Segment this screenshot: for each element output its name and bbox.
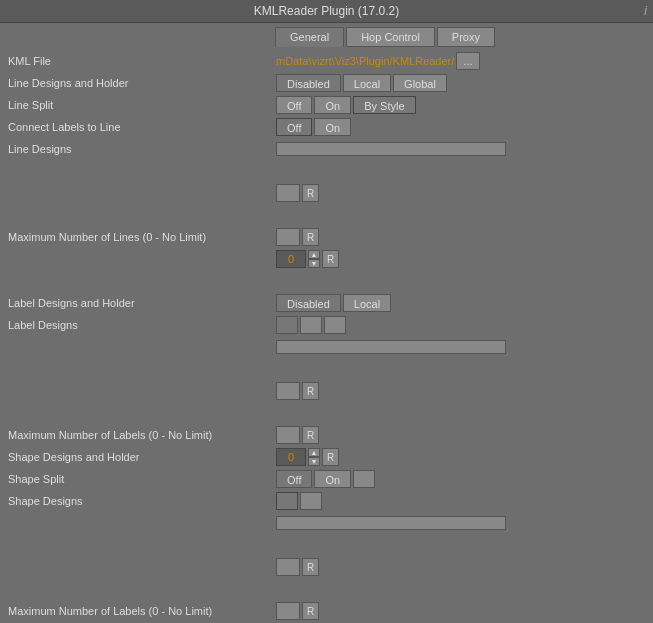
btn-off-shape-split[interactable] — [276, 492, 298, 510]
content-area: KML File mData\vizrt\Viz3\Plugin/KMLRead… — [0, 47, 653, 620]
label-shape-designs-holder: Shape Split — [4, 473, 276, 485]
max-lines-reset[interactable]: R — [322, 250, 339, 268]
row-line-design: R — [4, 183, 649, 203]
btn-off-connect[interactable]: Off — [276, 118, 312, 136]
row-label-designs-input: R — [4, 381, 649, 401]
max-labels-reset[interactable]: R — [322, 448, 339, 466]
btn-enabled-update[interactable]: Local — [343, 294, 391, 312]
row-shape-designs-holder: Shape Split Off On — [4, 469, 649, 489]
line-design-input[interactable] — [276, 184, 300, 202]
btn-local-shape[interactable]: On — [314, 470, 351, 488]
browse-button[interactable]: ... — [456, 52, 479, 70]
label-holder-reset[interactable]: R — [302, 426, 319, 444]
btn-off-line-split[interactable]: Off — [276, 96, 312, 114]
row-kml-file: KML File mData\vizrt\Viz3\Plugin/KMLRead… — [4, 51, 649, 71]
shape-designs-input[interactable] — [276, 558, 300, 576]
btn-disabled-update[interactable]: Disabled — [276, 294, 341, 312]
row-connect-labels: Connect Labels to Line Off On — [4, 117, 649, 137]
row-shape-designs-input: R — [4, 557, 649, 577]
spinner-down-labels[interactable]: ▼ — [308, 457, 320, 466]
label-line-holder: Maximum Number of Lines (0 - No Limit) — [4, 231, 276, 243]
btn-on-shape-split[interactable] — [300, 492, 322, 510]
tab-bar: General Hop Control Proxy — [0, 23, 653, 47]
file-path-value: mData\vizrt\Viz3\Plugin/KMLReader/ — [276, 55, 454, 67]
label-label-holder: Maximum Number of Labels (0 - No Limit) — [4, 429, 276, 441]
row-max-lines: ▲ ▼ R — [4, 249, 649, 269]
tab-proxy[interactable]: Proxy — [437, 27, 495, 47]
label-designs-slider[interactable] — [276, 340, 506, 354]
label-shape-holder: Maximum Number of Labels (0 - No Limit) — [4, 605, 276, 617]
btn-on-line-split[interactable]: On — [314, 96, 351, 114]
shape-designs-slider[interactable] — [276, 516, 506, 530]
app-title: KMLReader Plugin (17.0.2) — [254, 4, 399, 18]
btn-disabled-shape[interactable]: Off — [276, 470, 312, 488]
label-designs-input[interactable] — [276, 382, 300, 400]
btn-global-label[interactable] — [324, 316, 346, 334]
max-lines-input[interactable] — [276, 250, 306, 268]
label-holder-input[interactable] — [276, 426, 300, 444]
btn-bystyle-line-split[interactable]: By Style — [353, 96, 415, 114]
btn-local-line[interactable]: Local — [343, 74, 391, 92]
shape-designs-reset[interactable]: R — [302, 558, 319, 576]
max-lines-spinner[interactable]: ▲ ▼ — [308, 250, 320, 268]
row-line-split: Line Split Off On By Style — [4, 95, 649, 115]
row-shape-split: Shape Designs — [4, 491, 649, 511]
row-label-holder: Maximum Number of Labels (0 - No Limit) … — [4, 425, 649, 445]
label-max-labels: Shape Designs and Holder — [4, 451, 276, 463]
btn-global-shape[interactable] — [353, 470, 375, 488]
spinner-up-labels[interactable]: ▲ — [308, 448, 320, 457]
row-line-designs-slider: Line Designs — [4, 139, 649, 159]
tab-hop-control[interactable]: Hop Control — [346, 27, 435, 47]
shape-holder-input[interactable] — [276, 602, 300, 620]
line-designs-slider[interactable] — [276, 142, 506, 156]
btn-disabled-line[interactable]: Disabled — [276, 74, 341, 92]
spinner-up-lines[interactable]: ▲ — [308, 250, 320, 259]
label-label-designs-holder: Label Designs — [4, 319, 276, 331]
row-label-designs-holder: Label Designs — [4, 315, 649, 335]
row-line-holder: Maximum Number of Lines (0 - No Limit) R — [4, 227, 649, 247]
line-holder-input[interactable] — [276, 228, 300, 246]
shape-holder-reset[interactable]: R — [302, 602, 319, 620]
label-designs-reset[interactable]: R — [302, 382, 319, 400]
info-icon: i — [644, 4, 647, 18]
label-update-on-load: Label Designs and Holder — [4, 297, 276, 309]
btn-on-connect[interactable]: On — [314, 118, 351, 136]
row-max-labels: Shape Designs and Holder ▲ ▼ R — [4, 447, 649, 467]
row-update-on-load: Label Designs and Holder Disabled Local — [4, 293, 649, 313]
label-line-designs-slider: Line Designs — [4, 143, 276, 155]
row-label-designs-slider — [4, 337, 649, 357]
label-kml-file: KML File — [4, 55, 276, 67]
btn-local-label[interactable] — [300, 316, 322, 334]
line-design-reset[interactable]: R — [302, 184, 319, 202]
btn-global-line[interactable]: Global — [393, 74, 447, 92]
label-line-designs-holder: Line Designs and Holder — [4, 77, 276, 89]
row-shape-designs-slider — [4, 513, 649, 533]
label-line-split: Line Split — [4, 99, 276, 111]
row-line-designs-holder: Line Designs and Holder Disabled Local G… — [4, 73, 649, 93]
row-shape-holder: Maximum Number of Labels (0 - No Limit) … — [4, 601, 649, 620]
label-shape-split: Shape Designs — [4, 495, 276, 507]
max-labels-spinner[interactable]: ▲ ▼ — [308, 448, 320, 466]
spinner-down-lines[interactable]: ▼ — [308, 259, 320, 268]
max-labels-input[interactable] — [276, 448, 306, 466]
title-bar: KMLReader Plugin (17.0.2) i — [0, 0, 653, 23]
line-holder-reset[interactable]: R — [302, 228, 319, 246]
label-connect-labels: Connect Labels to Line — [4, 121, 276, 133]
tab-general[interactable]: General — [275, 27, 344, 47]
btn-disabled-label[interactable] — [276, 316, 298, 334]
